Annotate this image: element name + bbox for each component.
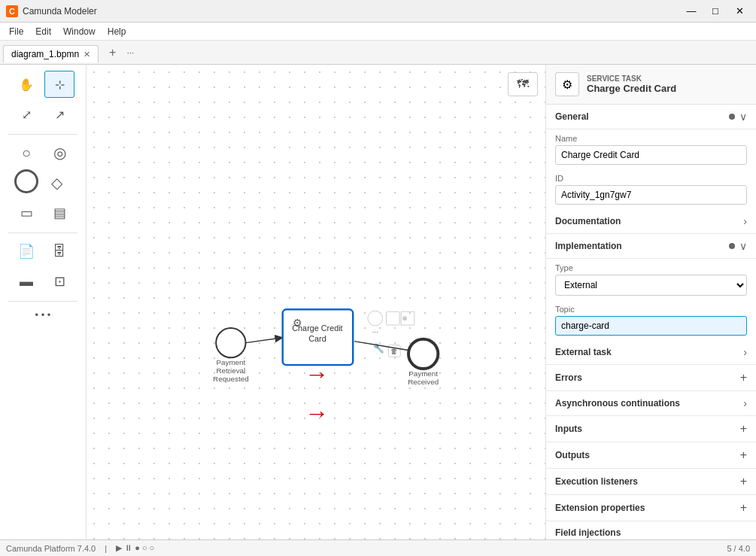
extension-properties-section-header[interactable]: Extension properties + [546, 495, 756, 521]
id-input[interactable] [555, 185, 747, 205]
general-chevron: ∨ [739, 111, 747, 123]
execution-listeners-section-title: Execution listeners [555, 476, 638, 487]
id-field-group: ID [546, 169, 756, 209]
maximize-button[interactable]: □ [705, 3, 726, 20]
outputs-plus-button[interactable]: + [740, 448, 747, 462]
menu-bar: File Edit Window Help [0, 23, 756, 41]
errors-section-header[interactable]: Errors + [546, 365, 756, 391]
tab-close-icon[interactable]: ✕ [83, 50, 90, 59]
tool-row-4: ◇ [14, 169, 71, 196]
implementation-section-title: Implementation [555, 241, 622, 251]
name-input[interactable] [555, 145, 747, 165]
async-chevron: › [743, 397, 747, 409]
context-start-event[interactable] [368, 311, 383, 326]
tab-diagram[interactable]: diagram_1.bpmn ✕ [3, 45, 99, 62]
menu-edit[interactable]: Edit [29, 25, 57, 38]
toolbar: ✋ ⊹ ⤢ ↗ ○ ◎ ◇ ▭ ▤ 📄 🗄 ▬ ⊡ • • • [0, 65, 87, 539]
start-event-circle[interactable] [216, 328, 245, 357]
field-injections-section-title: Field injections [555, 527, 621, 538]
more-tools-button[interactable]: • • • [26, 306, 60, 324]
props-header: ⚙ SERVICE TASK Charge Credit Card [546, 65, 756, 105]
inputs-section-header[interactable]: Inputs + [546, 416, 756, 442]
inputs-plus-button[interactable]: + [740, 422, 747, 436]
name-field-group: Name [546, 129, 756, 169]
props-title-block: SERVICE TASK Charge Credit Card [587, 74, 747, 94]
topic-field-group: Topic [546, 300, 756, 340]
execution-listeners-section-header[interactable]: Execution listeners + [546, 469, 756, 495]
field-injections-section-header[interactable]: Field injections [546, 521, 756, 539]
props-type: SERVICE TASK [587, 74, 747, 83]
title-bar: C Camunda Modeler — □ ✕ [0, 0, 756, 23]
service-task-label-line2: Card [308, 334, 326, 343]
general-section-header[interactable]: General ∨ [546, 105, 756, 129]
documentation-section-header[interactable]: Documentation › [546, 209, 756, 234]
implementation-section-indicator: ∨ [729, 240, 747, 252]
hand-tool-button[interactable]: ✋ [11, 71, 41, 98]
data-store-button[interactable]: 🗄 [44, 238, 74, 265]
status-bar: Camunda Platform 7.4.0 | ▶ ⏸ ● ○ ○ 5 / 4… [0, 539, 756, 556]
start-event-label-line3: Requested [213, 375, 249, 383]
errors-plus-button[interactable]: + [740, 371, 747, 384]
toolbar-separator-2 [8, 232, 77, 233]
tab-label: diagram_1.bpmn [11, 49, 79, 59]
extension-properties-section-title: Extension properties [555, 503, 645, 513]
intermediate-event-button[interactable]: ◎ [44, 139, 74, 166]
outputs-section-header[interactable]: Outputs + [546, 442, 756, 469]
context-dots-icon[interactable]: ··· [372, 327, 378, 336]
menu-window[interactable]: Window [57, 25, 102, 38]
name-label: Name [555, 134, 747, 143]
type-label: Type [555, 263, 747, 272]
tool-row-2: ⤢ ↗ [11, 101, 74, 128]
implementation-section-header[interactable]: Implementation ∨ [546, 234, 756, 259]
tab-add-button[interactable]: + [103, 43, 122, 62]
app-title: Camunda Modeler [23, 6, 97, 17]
arrow-tool-button[interactable]: ↗ [44, 101, 74, 128]
inputs-section-title: Inputs [555, 424, 582, 434]
documentation-section-title: Documentation [555, 216, 621, 226]
lasso-tool-button[interactable]: ⊹ [44, 71, 74, 98]
execution-listeners-plus-button[interactable]: + [740, 475, 747, 488]
tool-row-5: ▭ ▤ [11, 199, 74, 226]
implementation-chevron: ∨ [739, 240, 747, 252]
general-dot [729, 114, 735, 120]
task-button[interactable]: ▭ [11, 199, 41, 226]
end-event-button[interactable] [14, 169, 38, 193]
note-button[interactable]: 📄 [11, 238, 41, 265]
type-select[interactable]: Java class Expression Delegate expressio… [555, 275, 747, 296]
end-event-label-line1: Payment [408, 369, 438, 378]
expand-button[interactable]: ⊡ [44, 268, 74, 295]
tool-row-7: ▬ ⊡ [11, 268, 74, 295]
implementation-dot [729, 243, 735, 249]
async-section-header[interactable]: Asynchronous continuations › [546, 391, 756, 416]
status-separator: | [105, 544, 107, 553]
gateway-button[interactable]: ◇ [41, 169, 71, 196]
canvas[interactable]: 🗺 ⚙ Charge Credit Card ··· 🔧 🗑 [87, 65, 545, 539]
menu-file[interactable]: File [3, 25, 29, 38]
async-section-title: Asynchronous continuations [555, 398, 680, 409]
tab-more-button[interactable]: ··· [122, 44, 138, 61]
end-event-circle[interactable] [408, 339, 438, 369]
general-section-title: General [555, 111, 589, 122]
menu-help[interactable]: Help [102, 25, 132, 38]
move-canvas-button[interactable]: ⤢ [11, 101, 41, 128]
context-task[interactable] [386, 311, 399, 325]
end-event-label-line2: Received [408, 378, 439, 386]
toolbar-separator-3 [8, 301, 77, 302]
external-task-section-header[interactable]: External task › [546, 340, 756, 365]
errors-section-title: Errors [555, 372, 582, 383]
extension-properties-plus-button[interactable]: + [740, 501, 747, 515]
start-event-button[interactable]: ○ [11, 139, 41, 166]
status-zoom: 5 / 4.0 [727, 544, 750, 553]
service-task-icon: ⚙ [562, 77, 572, 92]
collapsed-subprocess-button[interactable]: ▤ [44, 199, 74, 226]
close-button[interactable]: ✕ [729, 3, 750, 20]
topic-input[interactable] [555, 316, 747, 336]
minimize-button[interactable]: — [681, 3, 702, 20]
general-section-indicator: ∨ [729, 111, 747, 123]
documentation-chevron: › [743, 215, 747, 227]
external-task-section-title: External task [555, 347, 612, 357]
service-task-label-line1: Charge Credit [292, 324, 342, 333]
title-bar-left: C Camunda Modeler [6, 5, 97, 17]
app-icon: C [6, 5, 18, 17]
pool-button[interactable]: ▬ [11, 268, 41, 295]
